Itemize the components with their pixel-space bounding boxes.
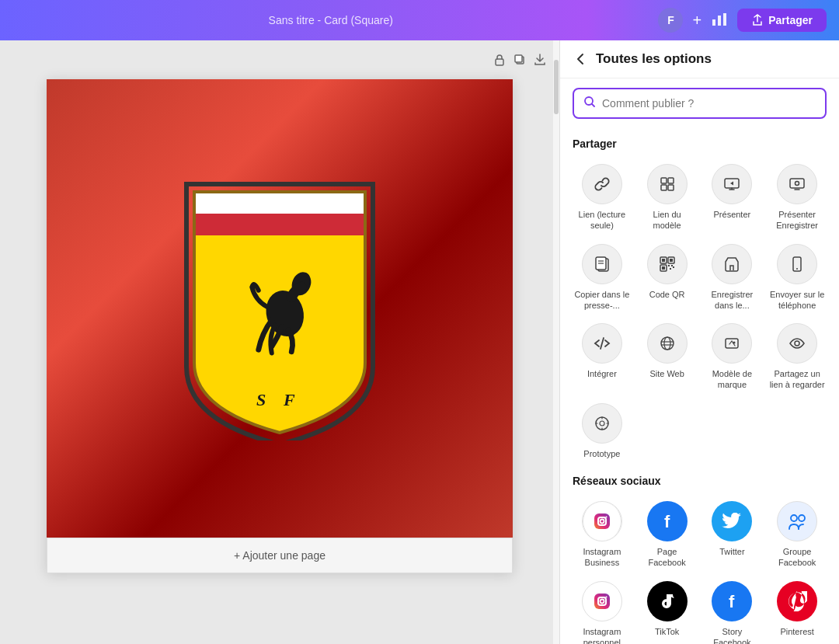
tiktok-icon bbox=[647, 581, 688, 621]
svg-point-44 bbox=[795, 341, 799, 346]
share-icon bbox=[751, 14, 764, 26]
panel-scroll[interactable]: Partager Lien (lecture seule) bbox=[560, 128, 839, 644]
svg-rect-42 bbox=[726, 339, 738, 348]
telephone-icon bbox=[777, 244, 817, 284]
svg-point-43 bbox=[733, 342, 736, 344]
svg-text:f: f bbox=[729, 592, 735, 611]
option-presenter-enregistrer[interactable]: Présenter Enregistrer bbox=[768, 161, 827, 235]
option-page-facebook[interactable]: f Page Facebook bbox=[638, 498, 697, 572]
avatar-button[interactable]: F bbox=[658, 8, 683, 33]
code-qr-icon bbox=[647, 244, 688, 284]
telephone-label: Envoyer sur le téléphone bbox=[769, 289, 825, 312]
svg-point-21 bbox=[795, 182, 799, 186]
instagram-business-icon bbox=[582, 501, 622, 541]
svg-rect-29 bbox=[670, 259, 673, 262]
lien-modele-icon bbox=[647, 164, 688, 204]
canvas-area: ↻ bbox=[0, 40, 559, 644]
svg-rect-47 bbox=[594, 513, 610, 529]
svg-rect-8 bbox=[194, 214, 365, 235]
page-facebook-label: Page Facebook bbox=[639, 546, 695, 569]
groupe-facebook-label: Groupe Facebook bbox=[769, 546, 825, 569]
social-section-title: Réseaux sociaux bbox=[573, 475, 827, 487]
partager-lien-label: Partagez un lien à regarder bbox=[769, 368, 825, 391]
svg-point-39 bbox=[664, 337, 670, 350]
option-copier-presse[interactable]: Copier dans le presse-... bbox=[573, 241, 632, 315]
option-instagram-business[interactable]: Instagram Business bbox=[573, 498, 632, 572]
search-input[interactable] bbox=[602, 97, 816, 110]
option-prototype[interactable]: Prototype bbox=[573, 400, 632, 462]
add-page-bar[interactable]: + Ajouter une page bbox=[47, 538, 513, 573]
export-icon bbox=[533, 53, 547, 67]
tiktok-label: TikTok bbox=[655, 626, 679, 637]
integrer-icon bbox=[582, 323, 622, 364]
duplicate-button[interactable] bbox=[513, 53, 527, 71]
option-modele-marque[interactable]: Modèle de marque bbox=[703, 320, 762, 394]
svg-point-46 bbox=[600, 421, 604, 426]
option-enregistrer-le[interactable]: Enregistrer dans le... bbox=[703, 241, 762, 315]
svg-point-37 bbox=[796, 268, 798, 270]
modele-marque-icon bbox=[712, 323, 752, 364]
option-site-web[interactable]: Site Web bbox=[638, 320, 697, 394]
option-envoyer-telephone[interactable]: Envoyer sur le téléphone bbox=[768, 241, 827, 315]
option-pinterest[interactable]: Pinterest bbox=[768, 578, 827, 644]
chart-icon bbox=[711, 10, 728, 27]
page-facebook-icon: f bbox=[647, 501, 688, 541]
search-box[interactable] bbox=[573, 88, 827, 119]
svg-rect-54 bbox=[594, 594, 610, 609]
integrer-label: Intégrer bbox=[587, 368, 617, 379]
option-story-facebook[interactable]: f Story Facebook bbox=[703, 578, 762, 644]
copier-presse-icon bbox=[582, 244, 622, 284]
copier-presse-label: Copier dans le presse-... bbox=[574, 289, 630, 312]
canvas-image: S F bbox=[47, 79, 513, 538]
option-lien-modele[interactable]: Lien du modèle bbox=[638, 161, 697, 235]
enregistrer-icon bbox=[712, 244, 752, 284]
svg-rect-2 bbox=[723, 13, 726, 26]
option-integrer[interactable]: Intégrer bbox=[573, 320, 632, 394]
option-presenter[interactable]: Présenter bbox=[703, 161, 762, 235]
lien-modele-label: Lien du modèle bbox=[639, 209, 695, 231]
partager-lien-icon bbox=[777, 323, 817, 364]
option-partager-lien[interactable]: Partagez un lien à regarder bbox=[768, 320, 827, 394]
presenter-label: Présenter bbox=[714, 209, 751, 220]
lien-lecture-label: Lien (lecture seule) bbox=[574, 209, 630, 231]
svg-rect-27 bbox=[662, 259, 665, 262]
option-twitter[interactable]: Twitter bbox=[703, 498, 762, 572]
svg-rect-17 bbox=[661, 185, 667, 190]
option-lien-lecture[interactable]: Lien (lecture seule) bbox=[573, 161, 632, 235]
instagram-business-label: Instagram Business bbox=[574, 546, 630, 569]
option-groupe-facebook[interactable]: Groupe Facebook bbox=[768, 498, 827, 572]
back-button[interactable] bbox=[573, 51, 588, 67]
analytics-button[interactable] bbox=[711, 10, 728, 31]
header: Sans titre - Card (Square) F + Partager bbox=[0, 0, 839, 40]
instagram-perso-icon bbox=[582, 581, 622, 621]
avatar-letter: F bbox=[667, 14, 674, 26]
site-web-icon bbox=[647, 323, 688, 364]
code-qr-label: Code QR bbox=[649, 289, 685, 300]
panel-header: Toutes les options bbox=[560, 40, 839, 78]
svg-point-57 bbox=[605, 596, 607, 597]
share-section-title: Partager bbox=[573, 138, 827, 150]
search-svg-icon bbox=[583, 96, 596, 108]
add-button[interactable]: + bbox=[692, 12, 701, 30]
svg-rect-31 bbox=[662, 266, 665, 270]
panel-title: Toutes les options bbox=[596, 51, 712, 67]
svg-rect-20 bbox=[790, 179, 804, 188]
twitter-label: Twitter bbox=[719, 546, 744, 557]
option-instagram-perso[interactable]: Instagram personnel bbox=[573, 578, 632, 644]
lock-icon bbox=[493, 53, 507, 67]
export-button[interactable] bbox=[533, 53, 547, 71]
share-options-grid: Lien (lecture seule) Lien du modèle bbox=[573, 161, 827, 394]
svg-rect-15 bbox=[661, 178, 667, 183]
option-code-qr[interactable]: Code QR bbox=[638, 241, 697, 315]
svg-rect-1 bbox=[718, 16, 721, 26]
share-button-label: Partager bbox=[768, 14, 813, 26]
duplicate-icon bbox=[513, 53, 527, 67]
pinterest-label: Pinterest bbox=[780, 626, 813, 637]
option-tiktok[interactable]: TikTok bbox=[638, 578, 697, 644]
svg-rect-0 bbox=[712, 19, 715, 26]
share-button[interactable]: Partager bbox=[737, 9, 827, 32]
prototype-icon bbox=[582, 403, 622, 444]
lock-button[interactable] bbox=[493, 53, 507, 71]
svg-rect-32 bbox=[668, 265, 670, 266]
svg-point-53 bbox=[799, 515, 805, 521]
